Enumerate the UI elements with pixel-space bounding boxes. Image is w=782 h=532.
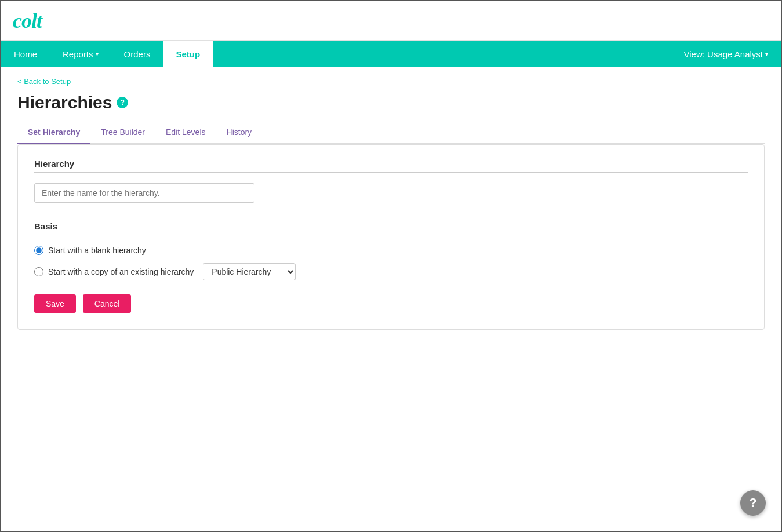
tabs-container: Set Hierarchy Tree Builder Edit Levels H… xyxy=(17,122,765,144)
hierarchy-divider xyxy=(34,172,748,173)
content-area: < Back to Setup Hierarchies ? Set Hierar… xyxy=(1,67,781,339)
basis-divider xyxy=(34,235,748,235)
nav-right: View: Usage Analyst ▾ xyxy=(671,41,781,67)
nav-item-home[interactable]: Home xyxy=(1,41,50,67)
main-card: Hierarchy Basis Start with a blank hiera… xyxy=(17,144,765,330)
page-title: Hierarchies xyxy=(17,93,112,112)
page-help-icon[interactable]: ? xyxy=(117,97,128,108)
nav-item-view-analyst[interactable]: View: Usage Analyst ▾ xyxy=(671,41,781,67)
cancel-button[interactable]: Cancel xyxy=(83,294,132,313)
tab-set-hierarchy[interactable]: Set Hierarchy xyxy=(17,122,90,144)
hierarchy-section-label: Hierarchy xyxy=(34,159,748,169)
back-to-setup-link[interactable]: < Back to Setup xyxy=(17,77,71,86)
basis-section: Basis Start with a blank hierarchy Start… xyxy=(34,221,748,280)
nav-item-setup[interactable]: Setup xyxy=(163,41,213,67)
page-title-container: Hierarchies ? xyxy=(17,93,765,112)
tab-edit-levels[interactable]: Edit Levels xyxy=(155,122,216,144)
nav-item-reports[interactable]: Reports ▾ xyxy=(50,41,111,67)
tab-history[interactable]: History xyxy=(216,122,263,144)
existing-hierarchy-select[interactable]: Public Hierarchy xyxy=(203,263,296,280)
basis-section-label: Basis xyxy=(34,221,748,231)
help-fab-button[interactable]: ? xyxy=(740,490,766,516)
radio-blank-input[interactable] xyxy=(34,246,43,255)
view-analyst-dropdown-icon: ▾ xyxy=(765,51,768,57)
save-button[interactable]: Save xyxy=(34,294,76,313)
radio-blank-label: Start with a blank hierarchy xyxy=(48,246,146,255)
radio-copy-input[interactable] xyxy=(34,267,43,276)
nav-item-orders[interactable]: Orders xyxy=(111,41,163,67)
radio-copy-label: Start with a copy of an existing hierarc… xyxy=(48,267,194,276)
top-header: colt xyxy=(1,1,781,41)
radio-blank-option[interactable]: Start with a blank hierarchy xyxy=(34,246,748,255)
logo: colt xyxy=(13,9,42,33)
tab-tree-builder[interactable]: Tree Builder xyxy=(90,122,155,144)
action-buttons: Save Cancel xyxy=(34,294,748,313)
reports-dropdown-icon: ▾ xyxy=(96,51,99,57)
hierarchy-name-input[interactable] xyxy=(34,183,254,203)
nav-bar: Home Reports ▾ Orders Setup View: Usage … xyxy=(1,41,781,67)
radio-copy-option[interactable]: Start with a copy of an existing hierarc… xyxy=(34,263,748,280)
